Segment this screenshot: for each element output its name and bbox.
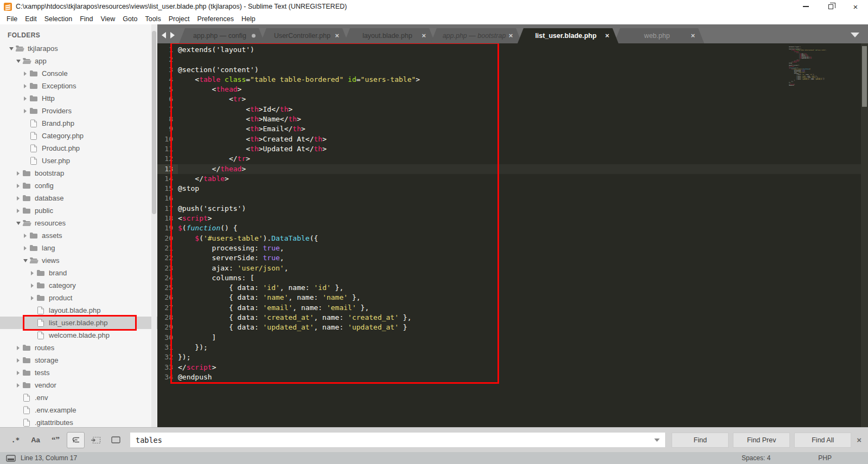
code-line-24[interactable]: 24 columns: [ — [157, 273, 868, 283]
code-line-22[interactable]: 22 serverSide: true, — [157, 253, 868, 263]
editor-scrollbar-thumb[interactable] — [862, 46, 867, 107]
tab-layout-blade-php[interactable]: layout.blade.php× — [344, 28, 435, 43]
tab-close-icon[interactable]: × — [691, 32, 695, 40]
sidebar-scrollbar-thumb[interactable] — [152, 31, 156, 214]
tab-close-icon[interactable]: × — [335, 32, 339, 40]
code-line-27[interactable]: 27 { data: 'email', name: 'email' }, — [157, 303, 868, 313]
panel-toggle-icon[interactable] — [6, 455, 16, 462]
folder-item-lang[interactable]: lang — [0, 242, 157, 254]
close-button[interactable]: × — [843, 0, 868, 13]
code-line-20[interactable]: 20 $('#users-table').DataTable({ — [157, 234, 868, 243]
folder-item-exceptions[interactable]: Exceptions — [0, 80, 157, 92]
tab-close-icon[interactable]: × — [422, 32, 426, 40]
find-all-button[interactable]: Find All — [794, 433, 851, 448]
code-line-29[interactable]: 29 { data: 'updated_at', name: 'updated_… — [157, 323, 868, 332]
folder-item-tkjlarapos[interactable]: tkjlarapos — [0, 42, 157, 55]
menu-find[interactable]: Find — [76, 15, 97, 23]
code-line-31[interactable]: 31 }); — [157, 343, 868, 352]
code-line-5[interactable]: 5 <thead> — [157, 85, 868, 94]
tab-usercontroller-php[interactable]: UserController.php× — [260, 28, 348, 43]
file-item-category-php[interactable]: Category.php — [0, 130, 157, 142]
menu-tools[interactable]: Tools — [141, 15, 164, 23]
file-item-welcome-blade-php[interactable]: welcome.blade.php — [0, 329, 157, 341]
menu-project[interactable]: Project — [165, 15, 194, 23]
code-line-19[interactable]: 19$(function() { — [157, 223, 868, 233]
code-line-34[interactable]: 34@endpush — [157, 372, 868, 382]
tab-web-php[interactable]: web.php× — [614, 28, 704, 43]
code-line-25[interactable]: 25 { data: 'id', name: 'id' }, — [157, 283, 868, 293]
file-item-layout-blade-php[interactable]: layout.blade.php — [0, 304, 157, 317]
minimap[interactable]: @extends('layout')@section('content') <t… — [789, 46, 843, 86]
code-line-10[interactable]: 10 <th>Created At</th> — [157, 134, 868, 144]
file-item--env-example[interactable]: .env.example — [0, 404, 157, 416]
folder-item-tests[interactable]: tests — [0, 366, 157, 379]
sidebar-scrollbar[interactable] — [151, 24, 157, 427]
find-wrap-toggle[interactable] — [67, 432, 85, 448]
folder-item-product[interactable]: product — [0, 292, 157, 304]
tab-app-php-bootstrap[interactable]: app.php — bootstrap× — [431, 28, 522, 43]
code-line-16[interactable]: 16 — [157, 194, 868, 203]
code-line-3[interactable]: 3@section('content') — [157, 65, 868, 75]
code-line-26[interactable]: 26 { data: 'name', name: 'name' }, — [157, 293, 868, 302]
file-item-product-php[interactable]: Product.php — [0, 142, 157, 154]
menu-preferences[interactable]: Preferences — [194, 15, 238, 23]
code-line-17[interactable]: 17@push('scripts') — [157, 204, 868, 214]
folder-item-bootstrap[interactable]: bootstrap — [0, 167, 157, 179]
menu-view[interactable]: View — [97, 15, 119, 23]
find-close-icon[interactable]: × — [857, 435, 861, 444]
code-line-14[interactable]: 14 </table> — [157, 174, 868, 184]
code-line-32[interactable]: 32}); — [157, 352, 868, 362]
tab-close-icon[interactable]: × — [605, 32, 609, 40]
tab-scroll-left-icon[interactable] — [162, 32, 166, 38]
minimize-button[interactable] — [793, 0, 818, 13]
editor-scrollbar[interactable] — [861, 43, 868, 427]
tab-list-user-blade-php[interactable]: list_user.blade.php× — [518, 28, 618, 43]
tab-close-icon[interactable]: × — [508, 32, 513, 40]
tab-overflow-menu-icon[interactable] — [851, 33, 859, 37]
menu-goto[interactable]: Goto — [119, 15, 141, 23]
find-button[interactable]: Find — [672, 433, 729, 448]
code-line-12[interactable]: 12 </tr> — [157, 154, 868, 164]
folder-item-brand[interactable]: brand — [0, 267, 157, 279]
menu-file[interactable]: File — [3, 15, 21, 23]
find-case-sensitive-toggle[interactable]: Aa — [27, 432, 44, 448]
code-line-30[interactable]: 30 ] — [157, 333, 868, 343]
find-whole-word-toggle[interactable]: “” — [47, 432, 65, 448]
code-line-2[interactable]: 2 — [157, 55, 868, 65]
indent-setting[interactable]: Spaces: 4 — [742, 454, 770, 462]
code-line-33[interactable]: 33</script> — [157, 363, 868, 372]
folder-item-resources[interactable]: resources — [0, 217, 157, 229]
code-line-9[interactable]: 9 <th>Email</th> — [157, 124, 868, 134]
code-line-6[interactable]: 6 <tr> — [157, 94, 868, 104]
folder-item-storage[interactable]: storage — [0, 354, 157, 366]
tab-scroll-right-icon[interactable] — [170, 32, 175, 38]
code-line-8[interactable]: 8 <th>Name</th> — [157, 114, 868, 124]
search-history-dropdown-icon[interactable] — [654, 439, 660, 442]
folder-item-category[interactable]: category — [0, 279, 157, 292]
folder-item-routes[interactable]: routes — [0, 341, 157, 354]
folder-item-http[interactable]: Http — [0, 92, 157, 105]
folder-item-app[interactable]: app — [0, 55, 157, 67]
folder-item-views[interactable]: views — [0, 254, 157, 267]
menu-edit[interactable]: Edit — [21, 15, 41, 23]
code-line-23[interactable]: 23 ajax: 'user/json', — [157, 263, 868, 273]
code-line-18[interactable]: 18<script> — [157, 214, 868, 223]
restore-button[interactable] — [818, 0, 843, 13]
code-area[interactable]: 1@extends('layout')23@section('content')… — [157, 45, 868, 382]
folder-item-console[interactable]: Console — [0, 67, 157, 80]
code-line-28[interactable]: 28 { data: 'created_at', name: 'created_… — [157, 313, 868, 323]
folder-item-vendor[interactable]: vendor — [0, 379, 157, 391]
code-line-15[interactable]: 15@stop — [157, 184, 868, 194]
folder-item-assets[interactable]: assets — [0, 229, 157, 242]
find-regex-toggle[interactable]: .* — [7, 432, 24, 448]
file-item--env[interactable]: .env — [0, 391, 157, 404]
editor[interactable]: 1@extends('layout')23@section('content')… — [157, 43, 868, 427]
code-line-21[interactable]: 21 processing: true, — [157, 243, 868, 253]
code-line-4[interactable]: 4 <table class="table table-bordered" id… — [157, 75, 868, 85]
file-item-list-user-blade-php[interactable]: list_user.blade.php — [0, 317, 157, 329]
tab-app-php-config[interactable]: app.php — config — [179, 28, 265, 43]
syntax-mode[interactable]: PHP — [818, 454, 832, 462]
menu-selection[interactable]: Selection — [41, 15, 76, 23]
folder-item-database[interactable]: database — [0, 192, 157, 204]
find-highlight-matches-toggle[interactable] — [107, 432, 125, 448]
